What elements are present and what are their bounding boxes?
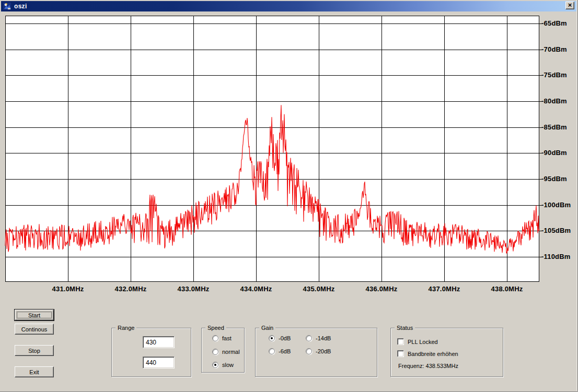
x-axis-tick-label: 438.0MHz [491, 285, 523, 293]
range-stop-input[interactable] [143, 357, 175, 369]
y-axis-tick-label: -75dBm [541, 71, 567, 79]
y-axis-tick-label: -85dBm [541, 123, 567, 131]
y-axis-tick-label: -80dBm [541, 97, 567, 105]
close-button[interactable]: × [565, 2, 574, 9]
range-start-input[interactable] [143, 336, 175, 348]
x-axis-tick-label: 436.0MHz [366, 285, 398, 293]
status-checkbox-pll-locked-label: PLL Locked [408, 339, 438, 345]
start-button[interactable]: Start [15, 310, 54, 320]
gain-option-0dB-label: -0dB [279, 335, 291, 341]
y-axis-tick-label: -70dBm [541, 45, 567, 53]
checkbox-icon[interactable] [397, 350, 404, 357]
gain-option-20dB[interactable]: -20dB [306, 348, 331, 354]
status-checkbox-pll-locked[interactable]: PLL Locked [397, 338, 438, 345]
status-checkbox-bandbreite-erh-hen-label: Bandbreite erhöhen [408, 351, 458, 357]
range-group-legend: Range [115, 324, 136, 331]
y-axis-tick-label: -100dBm [541, 201, 571, 209]
oszi-window: { "window": { "title": "oszi", "close_gl… [0, 0, 578, 392]
radio-icon[interactable] [306, 348, 312, 354]
speed-option-slow[interactable]: slow [212, 362, 234, 368]
x-axis-tick-label: 437.0MHz [429, 285, 460, 293]
speed-option-normal-label: normal [222, 349, 240, 355]
frequency-readout: Frequenz: 438.533MHz [398, 363, 458, 369]
y-axis-tick-label: -105dBm [541, 227, 571, 234]
radio-icon[interactable] [306, 335, 312, 341]
start-button-label: Start [28, 312, 40, 318]
speed-group-legend: Speed [205, 324, 226, 331]
y-axis-tick-label: -95dBm [541, 175, 567, 183]
checkbox-icon[interactable] [397, 338, 404, 345]
gain-option-14dB[interactable]: -14dB [306, 335, 331, 341]
continous-button[interactable]: Continous [15, 324, 54, 335]
speed-option-fast[interactable]: fast [212, 335, 232, 341]
exit-button-label: Exit [29, 369, 39, 375]
radio-icon[interactable] [269, 348, 275, 354]
gain-option-6dB-label: -6dB [279, 348, 291, 354]
spectrum-plot [0, 0, 578, 284]
y-axis-tick-label: -90dBm [541, 149, 567, 157]
x-axis-tick-label: 431.0MHz [52, 285, 84, 293]
stop-button-label: Stop [28, 348, 40, 354]
continous-button-label: Continous [21, 326, 48, 332]
radio-selected-icon[interactable] [269, 335, 275, 341]
speed-group: Speed fastnormalslow [201, 328, 245, 373]
gain-group: Gain -0dB-6dB-14dB-20dB [255, 328, 377, 377]
window-title: oszi [14, 3, 27, 10]
y-axis-tick-label: -110dBm [541, 253, 571, 260]
title-bar[interactable]: oszi [1, 1, 577, 11]
stop-button[interactable]: Stop [15, 345, 54, 356]
speed-option-normal[interactable]: normal [212, 349, 240, 355]
app-icon [3, 2, 11, 10]
radio-icon[interactable] [212, 335, 218, 341]
gain-option-0dB[interactable]: -0dB [269, 335, 291, 341]
gain-group-legend: Gain [259, 324, 275, 331]
x-axis-tick-label: 433.0MHz [178, 285, 210, 293]
speed-option-slow-label: slow [222, 362, 234, 368]
exit-button[interactable]: Exit [15, 366, 54, 377]
gain-option-6dB[interactable]: -6dB [269, 348, 291, 354]
x-axis-tick-label: 432.0MHz [115, 285, 147, 293]
status-group: Status Frequenz: 438.533MHz PLL LockedBa… [390, 328, 503, 377]
x-axis-tick-label: 435.0MHz [303, 285, 335, 293]
range-group: Range [111, 328, 191, 377]
radio-selected-icon[interactable] [212, 362, 218, 368]
gain-option-20dB-label: -20dB [316, 348, 331, 354]
speed-option-fast-label: fast [222, 335, 232, 341]
gain-option-14dB-label: -14dB [316, 335, 331, 341]
status-checkbox-bandbreite-erh-hen[interactable]: Bandbreite erhöhen [397, 350, 458, 357]
close-icon: × [568, 2, 572, 8]
x-axis-tick-label: 434.0MHz [240, 285, 272, 293]
status-group-legend: Status [395, 324, 415, 331]
radio-icon[interactable] [212, 349, 218, 355]
y-axis-tick-label: -65dBm [541, 19, 567, 27]
